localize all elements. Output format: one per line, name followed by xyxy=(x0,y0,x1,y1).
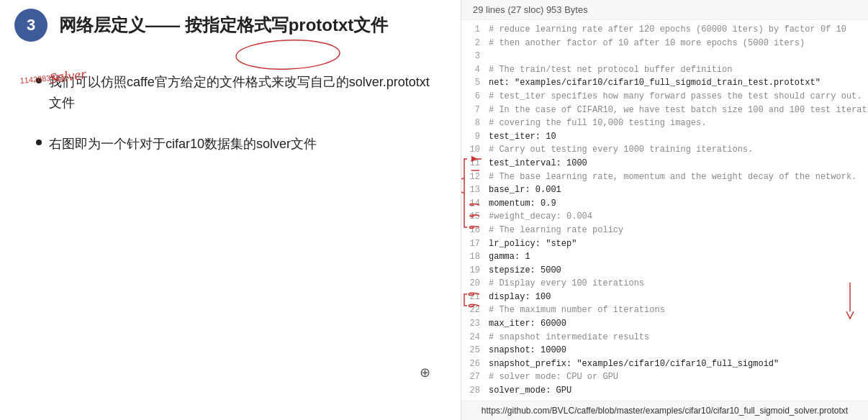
code-lines-container: 1# reduce learning rate after 120 epochs… xyxy=(461,23,868,398)
file-meta: 29 lines (27 sloc) 953 Bytes xyxy=(461,0,868,20)
line-content: test_interval: 1000 xyxy=(489,157,587,170)
line-number: 7 xyxy=(461,104,489,117)
left-panel: 3 网络层定义—— 按指定格式写prototxt文件 1142883777 So… xyxy=(0,0,461,420)
line-number: 25 xyxy=(461,344,489,357)
code-line: 21display: 100 xyxy=(461,291,868,304)
step-badge: 3 xyxy=(14,9,48,42)
line-content: net: "examples/cifar10/cifar10_full_sigm… xyxy=(489,76,820,90)
line-number: 28 xyxy=(461,384,489,398)
code-line: 9test_iter: 10 xyxy=(461,130,868,144)
code-line: 5net: "examples/cifar10/cifar10_full_sig… xyxy=(461,76,868,90)
line-content: # The learning rate policy xyxy=(489,224,623,237)
line-content: # then another factor of 10 after 10 mor… xyxy=(489,37,805,50)
line-number: 22 xyxy=(461,303,489,317)
code-line: 3 xyxy=(461,50,868,63)
line-number: 18 xyxy=(461,250,489,264)
line-content: gamma: 1 xyxy=(489,250,530,264)
code-line: 28solver_mode: GPU xyxy=(461,384,868,398)
line-number: 9 xyxy=(461,130,489,144)
line-number: 2 xyxy=(461,37,489,50)
line-content: momentum: 0.9 xyxy=(489,197,556,211)
line-content: lr_policy: "step" xyxy=(489,237,577,251)
code-line: 22# The maximum number of iterations xyxy=(461,303,868,317)
header-prototxt: prototxt xyxy=(289,15,354,35)
line-number: 1 xyxy=(461,23,489,37)
bullet-dot-1 xyxy=(36,78,42,83)
code-line: 16# The learning rate policy xyxy=(461,224,868,237)
bullet-text-1: 我们可以仿照caffe官方给定的文件格式来改写自己的solver.prototx… xyxy=(49,72,439,114)
code-line: 15#weight_decay: 0.004 xyxy=(461,210,868,224)
footer-link: https://github.com/BVLC/caffe/blob/maste… xyxy=(461,401,868,420)
line-content: snapshot_prefix: "examples/cifar10/cifar… xyxy=(489,357,779,371)
line-content: # The base learning rate, momentum and t… xyxy=(489,170,856,184)
line-content: # Carry out testing every 1000 training … xyxy=(489,143,753,157)
line-number: 21 xyxy=(461,291,489,304)
code-line: 4# The train/test net protocol buffer de… xyxy=(461,63,868,77)
code-line: 6# test_iter specifies how many forward … xyxy=(461,90,868,104)
line-number: 13 xyxy=(461,183,489,197)
center-marker: ⊕ xyxy=(420,365,430,380)
line-number: 6 xyxy=(461,90,489,104)
code-line: 1# reduce learning rate after 120 epochs… xyxy=(461,23,868,37)
line-number: 11 xyxy=(461,157,489,170)
line-number: 8 xyxy=(461,117,489,130)
code-line: 20# Display every 100 iterations xyxy=(461,277,868,291)
line-number: 24 xyxy=(461,331,489,344)
right-panel: 29 lines (27 sloc) 953 Bytes 1# reduce l… xyxy=(461,0,868,420)
line-number: 19 xyxy=(461,264,489,278)
line-number: 5 xyxy=(461,76,489,90)
line-content: base_lr: 0.001 xyxy=(489,183,561,197)
line-content: # solver mode: CPU or GPU xyxy=(489,370,618,384)
code-line: 2# then another factor of 10 after 10 mo… xyxy=(461,37,868,50)
code-area: 1# reduce learning rate after 120 epochs… xyxy=(461,20,868,401)
code-line: 27# solver mode: CPU or GPU xyxy=(461,370,868,384)
bullet-item-2: 右图即为一个针对于cifar10数据集的solver文件 xyxy=(36,134,439,155)
line-content: # The train/test net protocol buffer def… xyxy=(489,63,732,77)
line-number: 20 xyxy=(461,277,489,291)
line-content: # The maximum number of iterations xyxy=(489,303,665,317)
line-number: 17 xyxy=(461,237,489,251)
code-line: 12# The base learning rate, momentum and… xyxy=(461,170,868,184)
line-number: 14 xyxy=(461,197,489,211)
bullet-item-1: 我们可以仿照caffe官方给定的文件格式来改写自己的solver.prototx… xyxy=(36,72,439,114)
header-title-text: 网络层定义—— 按指定格式写 xyxy=(59,15,289,35)
line-number: 23 xyxy=(461,317,489,331)
line-number: 27 xyxy=(461,370,489,384)
code-line: 23max_iter: 60000 xyxy=(461,317,868,331)
line-number: 15 xyxy=(461,210,489,224)
code-line: 7# In the case of CIFAR10, we have test … xyxy=(461,104,868,117)
code-line: 11test_interval: 1000 xyxy=(461,157,868,170)
line-content: # covering the full 10,000 testing image… xyxy=(489,117,706,130)
line-content: # test_iter specifies how many forward p… xyxy=(489,90,862,104)
line-content: display: 100 xyxy=(489,291,551,304)
bullet-text-2: 右图即为一个针对于cifar10数据集的solver文件 xyxy=(49,134,317,155)
line-number: 10 xyxy=(461,143,489,157)
code-line: 25snapshot: 10000 xyxy=(461,344,868,357)
code-line: 17lr_policy: "step" xyxy=(461,237,868,251)
bullet-section: 我们可以仿照caffe官方给定的文件格式来改写自己的solver.prototx… xyxy=(0,50,461,154)
code-line: 18gamma: 1 xyxy=(461,250,868,264)
line-content: test_iter: 10 xyxy=(489,130,556,144)
bullet-dot-2 xyxy=(36,140,42,145)
line-number: 12 xyxy=(461,170,489,184)
line-content: # Display every 100 iterations xyxy=(489,277,644,291)
line-content: # reduce learning rate after 120 epochs … xyxy=(489,23,846,37)
line-number: 3 xyxy=(461,50,489,63)
code-line: 19stepsize: 5000 xyxy=(461,264,868,278)
line-content: stepsize: 5000 xyxy=(489,264,561,278)
line-content: snapshot: 10000 xyxy=(489,344,566,357)
line-content: #weight_decay: 0.004 xyxy=(489,210,592,224)
header-bar: 3 网络层定义—— 按指定格式写prototxt文件 xyxy=(0,0,461,50)
line-number: 4 xyxy=(461,63,489,77)
header-title: 网络层定义—— 按指定格式写prototxt文件 xyxy=(59,14,388,37)
line-content: max_iter: 60000 xyxy=(489,317,566,331)
line-number: 26 xyxy=(461,357,489,371)
code-line: 24# snapshot intermediate results xyxy=(461,331,868,344)
line-content: # snapshot intermediate results xyxy=(489,331,649,344)
code-line: 14momentum: 0.9 xyxy=(461,197,868,211)
line-number: 16 xyxy=(461,224,489,237)
code-line: 13base_lr: 0.001 xyxy=(461,183,868,197)
code-line: 26snapshot_prefix: "examples/cifar10/cif… xyxy=(461,357,868,371)
header-suffix: 文件 xyxy=(353,15,388,35)
line-content: solver_mode: GPU xyxy=(489,384,571,398)
